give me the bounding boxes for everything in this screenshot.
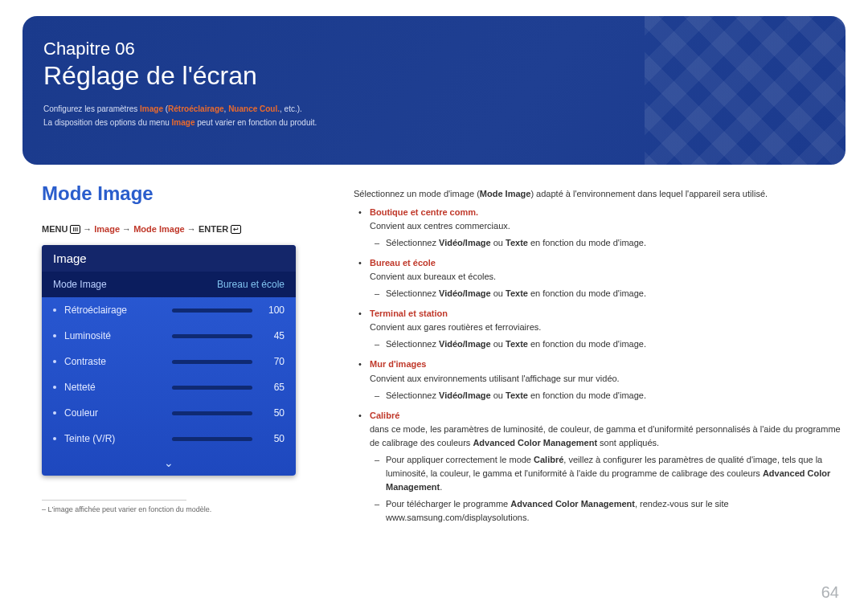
osd-row-value: Bureau et école bbox=[217, 279, 285, 290]
osd-row-label: Mode Image bbox=[53, 279, 166, 290]
mode-sublist: Sélectionnez Vidéo/Image ou Texte en fon… bbox=[370, 337, 841, 351]
osd-row-value: 45 bbox=[260, 330, 285, 341]
bullet-icon bbox=[53, 386, 56, 389]
text: Nuance Coul. bbox=[228, 104, 280, 113]
mode-desc: Convient aux bureaux et écoles. bbox=[370, 272, 496, 281]
mode-desc: Convient aux gares routières et ferrovia… bbox=[370, 322, 541, 332]
page-number: 64 bbox=[821, 583, 839, 602]
mode-item: Boutique et centre comm.Convient aux cen… bbox=[354, 206, 841, 250]
osd-row-value: 65 bbox=[260, 382, 285, 393]
slider-track[interactable] bbox=[172, 437, 252, 441]
osd-row[interactable]: Netteté65 bbox=[42, 374, 296, 400]
text: Image bbox=[172, 118, 195, 127]
path-step: Image bbox=[94, 224, 120, 234]
osd-row-label: Teinte (V/R) bbox=[64, 433, 164, 444]
mode-name: Bureau et école bbox=[370, 258, 436, 268]
osd-row-value: 100 bbox=[260, 304, 285, 316]
arrow-icon: → bbox=[122, 224, 133, 234]
osd-row-value: 50 bbox=[260, 407, 285, 419]
mode-name: Terminal et station bbox=[370, 309, 448, 318]
text: Mode Image bbox=[480, 189, 531, 198]
mode-desc: Convient aux centres commerciaux. bbox=[370, 221, 510, 231]
mode-subitem: Sélectionnez Vidéo/Image ou Texte en fon… bbox=[370, 287, 841, 300]
osd-row-mode-image[interactable]: Mode Image Bureau et école bbox=[42, 272, 296, 297]
section-heading: Mode Image bbox=[42, 182, 315, 205]
slider-track[interactable] bbox=[172, 411, 252, 415]
mode-sublist: Pour appliquer correctement le mode Cali… bbox=[370, 453, 841, 525]
text: Configurez les paramètres bbox=[43, 104, 140, 113]
osd-row-value: 50 bbox=[260, 433, 285, 444]
mode-sublist: Sélectionnez Vidéo/Image ou Texte en fon… bbox=[370, 287, 841, 300]
slider-track[interactable] bbox=[172, 334, 252, 338]
osd-row[interactable]: Contraste70 bbox=[42, 349, 296, 374]
slider-track[interactable] bbox=[172, 360, 252, 364]
menu-key: MENU bbox=[42, 224, 68, 234]
text: Sélectionnez un mode d'image ( bbox=[354, 189, 480, 198]
mode-subitem: Sélectionnez Vidéo/Image ou Texte en fon… bbox=[370, 236, 841, 250]
mode-item: Terminal et stationConvient aux gares ro… bbox=[354, 307, 841, 351]
slider-track[interactable] bbox=[172, 309, 252, 313]
chapter-title: Réglage de l'écran bbox=[43, 61, 825, 91]
mode-desc: Convient aux environnements utilisant l'… bbox=[370, 374, 620, 383]
mode-subitem: Sélectionnez Vidéo/Image ou Texte en fon… bbox=[370, 389, 841, 403]
mode-subitem: Pour télécharger le programme Advanced C… bbox=[370, 497, 841, 525]
chevron-down-icon: ⌄ bbox=[164, 456, 174, 469]
slider-track[interactable] bbox=[172, 386, 252, 390]
path-step: Mode Image bbox=[133, 224, 185, 234]
chapter-intro: Configurez les paramètres Image (Rétroéc… bbox=[43, 102, 825, 129]
mode-sublist: Sélectionnez Vidéo/Image ou Texte en fon… bbox=[370, 236, 841, 250]
bullet-icon bbox=[53, 334, 56, 337]
osd-row-label: Netteté bbox=[64, 382, 164, 393]
osd-title: Image bbox=[42, 245, 296, 272]
bullet-icon bbox=[53, 411, 56, 415]
description-column: Sélectionnez un mode d'image (Mode Image… bbox=[354, 182, 841, 531]
mode-subitem: Sélectionnez Vidéo/Image ou Texte en fon… bbox=[370, 337, 841, 351]
mode-item: Mur d'imagesConvient aux environnements … bbox=[354, 358, 841, 402]
text: ) adapté à l'environnement dans lequel l… bbox=[530, 189, 768, 198]
text: La disposition des options du menu bbox=[43, 118, 172, 127]
osd-row[interactable]: Couleur50 bbox=[42, 400, 296, 426]
enter-key: ENTER bbox=[199, 224, 228, 234]
osd-row[interactable]: Rétroéclairage100 bbox=[42, 297, 296, 323]
footnote-rule bbox=[42, 500, 186, 501]
osd-row-value: 70 bbox=[260, 356, 285, 367]
osd-panel: Image Mode Image Bureau et école Rétroéc… bbox=[42, 245, 296, 476]
text: peut varier en fonction du produit. bbox=[194, 118, 317, 127]
mode-item-calibre: Calibrédans ce mode, les paramètres de l… bbox=[354, 409, 841, 525]
osd-more-indicator[interactable]: ⌄ bbox=[42, 452, 296, 476]
bullet-icon bbox=[53, 437, 56, 440]
osd-row-label: Couleur bbox=[64, 407, 164, 419]
text: Image bbox=[140, 104, 163, 113]
arrow-icon: → bbox=[83, 224, 94, 234]
bullet-icon bbox=[53, 360, 56, 363]
osd-row-label: Luminosité bbox=[64, 330, 164, 341]
mode-name: Boutique et centre comm. bbox=[370, 207, 478, 217]
mode-name: Mur d'images bbox=[370, 359, 426, 369]
enter-icon: ↩ bbox=[231, 225, 241, 234]
footnote: L'image affichée peut varier en fonction… bbox=[42, 505, 315, 513]
mode-name: Calibré bbox=[370, 411, 399, 420]
osd-row-label: Contraste bbox=[64, 356, 164, 367]
menu-icon: III bbox=[70, 225, 80, 234]
bullet-icon bbox=[53, 309, 56, 312]
text: Rétroéclairage bbox=[168, 104, 223, 113]
mode-desc: dans ce mode, les paramètres de luminosi… bbox=[370, 424, 841, 447]
text: , etc.). bbox=[280, 104, 302, 113]
mode-subitem: Pour appliquer correctement le mode Cali… bbox=[370, 453, 841, 494]
chapter-label: Chapitre 06 bbox=[43, 39, 825, 59]
osd-row-label: Rétroéclairage bbox=[64, 304, 164, 316]
arrow-icon: → bbox=[187, 224, 199, 234]
menu-path: MENU III → Image → Mode Image → ENTER ↩ bbox=[42, 224, 315, 234]
mode-sublist: Sélectionnez Vidéo/Image ou Texte en fon… bbox=[370, 389, 841, 403]
mode-item: Bureau et écoleConvient aux bureaux et é… bbox=[354, 256, 841, 300]
chapter-hero: Chapitre 06 Réglage de l'écran Configure… bbox=[23, 16, 845, 165]
lead-paragraph: Sélectionnez un mode d'image (Mode Image… bbox=[354, 187, 841, 201]
osd-row[interactable]: Teinte (V/R)50 bbox=[42, 426, 296, 452]
osd-row[interactable]: Luminosité45 bbox=[42, 323, 296, 349]
